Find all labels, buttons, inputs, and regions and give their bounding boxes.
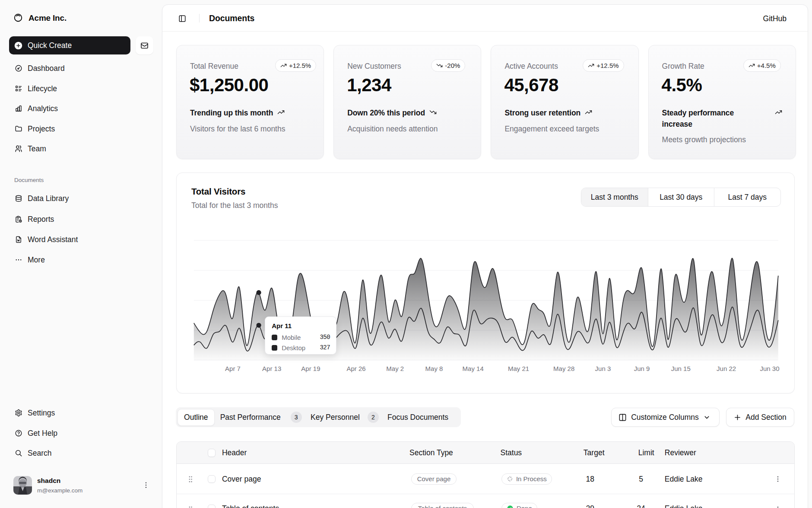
svg-text:May 21: May 21 — [508, 365, 529, 372]
svg-text:Jun 15: Jun 15 — [671, 365, 691, 372]
svg-text:Apr 19: Apr 19 — [301, 365, 320, 372]
svg-text:Apr 26: Apr 26 — [346, 365, 365, 372]
svg-text:May 28: May 28 — [553, 365, 574, 372]
svg-text:May 2: May 2 — [386, 365, 404, 372]
svg-text:Apr 7: Apr 7 — [225, 365, 241, 372]
svg-text:Apr 13: Apr 13 — [262, 365, 281, 372]
svg-text:May 14: May 14 — [463, 365, 484, 372]
svg-text:Jun 3: Jun 3 — [595, 365, 611, 372]
svg-text:Jun 30: Jun 30 — [760, 365, 779, 372]
svg-text:Jun 22: Jun 22 — [717, 365, 736, 372]
svg-text:May 8: May 8 — [425, 365, 443, 372]
svg-text:Jun 9: Jun 9 — [634, 365, 650, 372]
